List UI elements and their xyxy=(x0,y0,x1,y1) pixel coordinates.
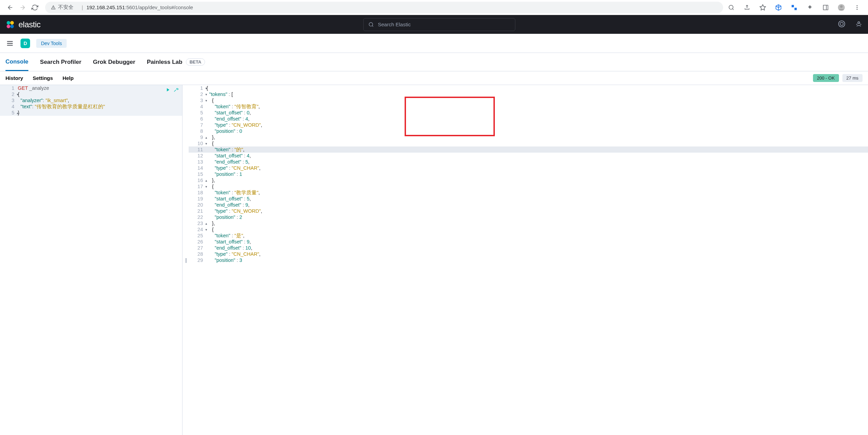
elastic-logo-text: elastic xyxy=(18,20,41,29)
svg-point-6 xyxy=(857,9,858,10)
reload-icon xyxy=(31,4,38,11)
help-button[interactable]: Help xyxy=(63,75,74,81)
share-icon[interactable] xyxy=(743,3,751,12)
extension-cube-icon[interactable] xyxy=(774,3,783,12)
browser-back-button[interactable] xyxy=(4,1,16,14)
tab-console[interactable]: Console xyxy=(5,54,28,71)
history-button[interactable]: History xyxy=(5,75,23,81)
svg-point-12 xyxy=(839,20,845,27)
help-icon[interactable] xyxy=(838,20,845,29)
arrow-right-icon xyxy=(19,4,26,11)
elastic-header: elastic Search Elastic xyxy=(0,15,868,34)
svg-point-4 xyxy=(857,5,858,6)
profile-icon[interactable] xyxy=(837,3,845,12)
svg-point-0 xyxy=(729,5,733,9)
dev-tools-breadcrumb[interactable]: Dev Tools xyxy=(36,39,67,48)
svg-point-7 xyxy=(7,21,11,25)
play-icon xyxy=(165,87,171,93)
url-bar[interactable]: 不安全 | 192.168.245.151:5601/app/dev_tools… xyxy=(45,2,723,13)
bookmark-icon[interactable] xyxy=(759,3,767,12)
tab-label: Search Profiler xyxy=(40,59,81,66)
browser-reload-button[interactable] xyxy=(29,1,41,14)
svg-point-3 xyxy=(840,5,842,8)
tab-grok-debugger[interactable]: Grok Debugger xyxy=(93,54,135,70)
browser-forward-button[interactable] xyxy=(16,1,29,14)
zoom-icon[interactable] xyxy=(727,3,735,12)
url-divider: | xyxy=(82,4,83,10)
svg-point-14 xyxy=(858,22,860,24)
resize-handle[interactable]: ‖ xyxy=(182,85,189,435)
tab-label: Painless Lab xyxy=(147,59,182,66)
extensions-icon[interactable] xyxy=(806,3,814,12)
svg-point-8 xyxy=(10,21,14,25)
search-icon xyxy=(368,22,374,27)
hamburger-icon xyxy=(6,40,14,47)
app-badge[interactable]: D xyxy=(21,39,30,48)
url-host: 192.168.245.151 xyxy=(86,4,125,10)
search-placeholder: Search Elastic xyxy=(378,22,411,27)
user-icon[interactable] xyxy=(855,20,863,29)
wrench-button[interactable] xyxy=(173,87,179,94)
tab-painless-lab[interactable]: Painless Lab BETA xyxy=(147,54,205,70)
svg-rect-1 xyxy=(823,5,828,10)
sub-header: D Dev Tools xyxy=(0,34,868,53)
insecure-label: 不安全 xyxy=(58,4,73,11)
tabs-bar: Console Search Profiler Grok Debugger Pa… xyxy=(0,53,868,71)
translate-icon[interactable] xyxy=(790,3,798,12)
console-toolbar: History Settings Help 200 - OK 27 ms xyxy=(0,71,868,85)
svg-point-10 xyxy=(10,25,14,28)
panel-icon[interactable] xyxy=(822,3,830,12)
arrow-left-icon xyxy=(7,4,14,11)
time-badge: 27 ms xyxy=(842,74,863,82)
svg-point-11 xyxy=(369,23,373,26)
insecure-indicator: 不安全 xyxy=(51,4,73,11)
svg-point-5 xyxy=(857,7,858,8)
menu-button[interactable] xyxy=(5,39,14,48)
search-input[interactable]: Search Elastic xyxy=(363,18,515,31)
svg-point-13 xyxy=(840,22,843,25)
tab-label: Console xyxy=(5,58,28,65)
tab-label: Grok Debugger xyxy=(93,59,135,66)
browser-toolbar: 不安全 | 192.168.245.151:5601/app/dev_tools… xyxy=(0,0,868,15)
editor-area: 1GET _analyze2▾{3 "analyzer": "ik_smart"… xyxy=(0,85,868,435)
url-path: :5601/app/dev_tools#/console xyxy=(125,4,193,10)
response-pane[interactable]: 1▾{2▾ "tokens" : [3▾ {4 "token" : "传智教育"… xyxy=(189,85,868,435)
request-pane[interactable]: 1GET _analyze2▾{3 "analyzer": "ik_smart"… xyxy=(0,85,182,435)
status-badge: 200 - OK xyxy=(813,74,839,82)
run-button[interactable] xyxy=(165,87,171,94)
beta-badge: BETA xyxy=(186,58,205,66)
svg-point-9 xyxy=(7,25,11,28)
settings-button[interactable]: Settings xyxy=(33,75,53,81)
elastic-logo[interactable]: elastic xyxy=(5,20,41,29)
browser-menu-icon[interactable] xyxy=(853,3,861,12)
tab-search-profiler[interactable]: Search Profiler xyxy=(40,54,81,70)
elastic-logo-icon xyxy=(5,20,15,29)
wrench-icon xyxy=(173,87,179,93)
warning-icon xyxy=(51,5,56,10)
